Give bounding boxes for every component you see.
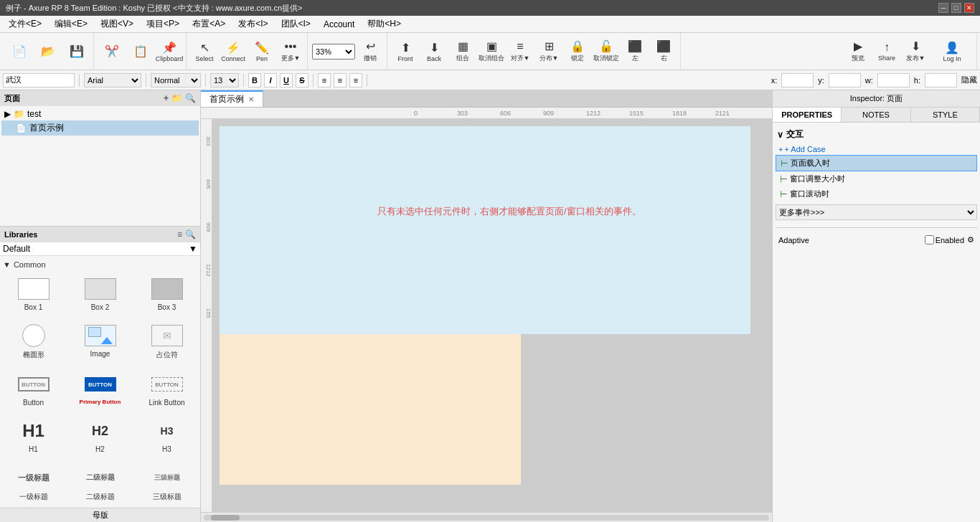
weight-select[interactable]: Normal Bold	[151, 73, 201, 87]
front-button[interactable]: ⬆ Front	[392, 36, 419, 67]
menu-account[interactable]: Account	[318, 18, 360, 31]
widget-box2[interactable]: Box 2	[70, 273, 131, 314]
preview-button[interactable]: ▶ 预览	[844, 36, 872, 67]
event-window-scroll[interactable]: ⊢ 窗口滚动时	[776, 186, 977, 201]
style-input[interactable]	[3, 73, 75, 87]
x-input[interactable]	[781, 73, 814, 87]
widget-box1[interactable]: Box 1	[3, 273, 64, 314]
adaptive-settings-icon[interactable]: ⚙	[967, 235, 974, 245]
more-events-select[interactable]: 更多事件>>>	[776, 204, 977, 220]
add-page-icon[interactable]: +	[164, 93, 169, 103]
category-common-header[interactable]: ▼ Common	[3, 259, 197, 270]
underline-button[interactable]: U	[280, 73, 293, 87]
align-right-format-button[interactable]: ≡	[349, 73, 362, 87]
align-left-button[interactable]: ⬛ 左	[621, 36, 649, 67]
zoom-select[interactable]: 33% 50% 100%	[312, 44, 355, 60]
publish-button[interactable]: ⬇ 发布▼	[902, 36, 929, 67]
minimize-button[interactable]: ─	[938, 3, 948, 13]
widget-image[interactable]: Image	[70, 320, 131, 363]
login-button[interactable]: 👤 Log In	[930, 36, 974, 67]
select-button[interactable]: ↖ Select	[191, 36, 218, 67]
widget-label2[interactable]: 二级标题 二级标题	[70, 462, 131, 505]
canvas-orange-area[interactable]	[220, 334, 521, 485]
widget-h1[interactable]: H1 H1	[3, 415, 64, 456]
copy-button[interactable]: 📋	[127, 36, 154, 67]
page-item-home[interactable]: 📄 首页示例	[1, 120, 199, 136]
group-button[interactable]: ▦ 组合	[449, 36, 476, 67]
inspector-tab-properties[interactable]: PROPERTIES	[773, 108, 842, 122]
distribute-button[interactable]: ⊞ 分布▼	[535, 36, 562, 67]
ungroup-button[interactable]: ▣ 取消组合	[478, 36, 505, 67]
save-button[interactable]: 💾 Clipboard	[63, 36, 90, 67]
widget-circle[interactable]: 椭圆形	[3, 320, 64, 363]
widget-button[interactable]: BUTTON Button	[3, 369, 64, 409]
menu-team[interactable]: 团队<I>	[275, 16, 316, 32]
enabled-checkbox-group[interactable]: Enabled	[925, 235, 964, 245]
h-input[interactable]	[925, 73, 957, 87]
close-button[interactable]: ✕	[964, 3, 974, 13]
font-select[interactable]: Arial	[84, 73, 141, 87]
add-case-button[interactable]: + + Add Case	[776, 143, 977, 155]
widget-box3[interactable]: Box 3	[136, 273, 197, 314]
size-select[interactable]: 13 11 14	[210, 73, 239, 87]
menu-view[interactable]: 视图<V>	[95, 16, 139, 32]
widget-label1[interactable]: 一级标题 一级标题	[3, 462, 64, 505]
canvas-hscroll[interactable]	[201, 512, 772, 522]
canvas-tab-home[interactable]: 首页示例 ✕	[201, 90, 263, 107]
bold-button[interactable]: B	[248, 73, 261, 87]
widget-h2[interactable]: H2 H2	[70, 415, 131, 456]
menu-project[interactable]: 项目<P>	[141, 16, 185, 32]
strikethrough-button[interactable]: S	[296, 73, 308, 87]
new-file-button[interactable]: 📄	[6, 36, 33, 67]
undo-button[interactable]: ↩ 撤销	[357, 36, 384, 67]
interaction-section-header[interactable]: ∨ 交互	[776, 125, 977, 143]
unlock-button[interactable]: 🔓 取消锁定	[593, 36, 620, 67]
maximize-button[interactable]: □	[951, 3, 961, 13]
align-left-format-button[interactable]: ≡	[318, 73, 331, 87]
libraries-search-icon[interactable]: 🔍	[185, 229, 196, 239]
lock-button[interactable]: 🔒 锁定	[564, 36, 591, 67]
back-button[interactable]: ⬇ Back	[420, 36, 448, 67]
event-page-load[interactable]: ⊢ 页面载入时	[776, 155, 977, 171]
widget-link-button[interactable]: BUTTON Link Button	[136, 369, 197, 409]
libraries-menu-icon[interactable]: ≡	[177, 229, 182, 239]
canvas-viewport[interactable]: 只有未选中任何元件时，右侧才能够配置页面/窗口相关的事件。	[212, 119, 772, 512]
y-input[interactable]	[829, 73, 861, 87]
menu-arrange[interactable]: 布置<A>	[187, 16, 231, 32]
menu-file[interactable]: 文件<E>	[3, 16, 47, 32]
menu-help[interactable]: 帮助<H>	[362, 16, 407, 32]
more-tools-button[interactable]: ••• 更多▼	[277, 36, 304, 67]
widget-h3[interactable]: H3 H3	[136, 415, 197, 456]
pages-header: 页面 + 📁 🔍	[0, 90, 200, 106]
inspector-tab-style[interactable]: STYLE	[911, 108, 980, 122]
share-button[interactable]: ↑ Share	[873, 36, 900, 67]
italic-button[interactable]: I	[264, 73, 277, 87]
connect-button[interactable]: ⚡ Connect	[220, 36, 247, 67]
open-button[interactable]: 📂	[34, 36, 62, 67]
widget-placeholder[interactable]: ✉ 占位符	[136, 320, 197, 363]
paste-button[interactable]: 📌 Clipboard	[156, 36, 183, 67]
align-center-format-button[interactable]: ≡	[334, 73, 347, 87]
search-pages-icon[interactable]: 🔍	[185, 93, 196, 103]
align-button[interactable]: ≡ 对齐▼	[507, 36, 534, 67]
widget-primary-button[interactable]: BUTTON Primary Button	[70, 369, 131, 409]
menu-publish[interactable]: 发布<I>	[232, 16, 273, 32]
hscroll-thumb[interactable]	[211, 515, 240, 521]
templates-section[interactable]: 母版	[0, 508, 200, 522]
enabled-checkbox[interactable]	[925, 235, 934, 245]
tab-close-icon[interactable]: ✕	[248, 95, 254, 103]
canvas-blue-area[interactable]: 只有未选中任何元件时，右侧才能够配置页面/窗口相关的事件。	[220, 126, 750, 334]
add-folder-icon[interactable]: 📁	[171, 93, 182, 103]
libraries-dropdown[interactable]: Default ▼	[0, 242, 200, 256]
align-right-button[interactable]: ⬛ 右	[650, 36, 677, 67]
event-window-resize[interactable]: ⊢ 窗口调整大小时	[776, 171, 977, 186]
canvas-area: 首页示例 ✕ 0 303 606 909 1212 1515 1818 2121…	[201, 90, 772, 522]
widget-label3[interactable]: 三级标题 三级标题	[136, 462, 197, 505]
w-input[interactable]	[877, 73, 910, 87]
inspector-tab-notes[interactable]: NOTES	[842, 108, 910, 122]
folder-item-test[interactable]: ▶ 📁 test	[1, 108, 199, 120]
cut-button[interactable]: ✂️	[98, 36, 126, 67]
left-label: 左	[632, 54, 639, 63]
pen-button[interactable]: ✏️ Pen	[248, 36, 275, 67]
menu-edit[interactable]: 编辑<E>	[49, 16, 93, 32]
